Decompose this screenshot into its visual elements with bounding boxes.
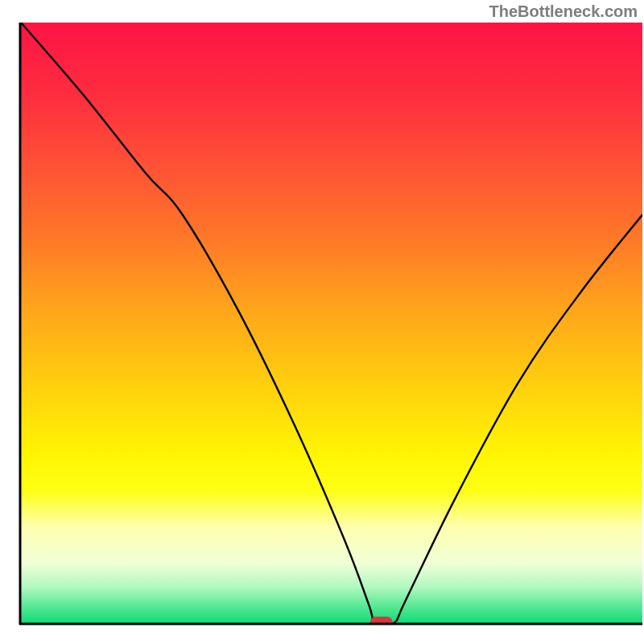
bottleneck-chart [0, 0, 644, 644]
optimal-point-marker [370, 617, 393, 628]
gradient-background [21, 23, 642, 623]
attribution-label: TheBottleneck.com [489, 2, 638, 21]
chart-container: TheBottleneck.com [0, 0, 644, 644]
